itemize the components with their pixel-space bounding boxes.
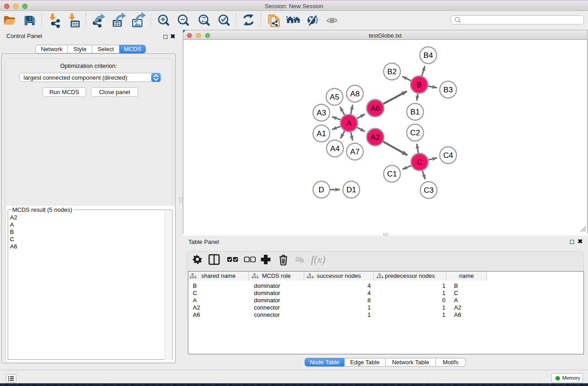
svg-text:B: B: [416, 81, 421, 89]
svg-text:A2: A2: [371, 133, 380, 142]
svg-text:D1: D1: [346, 186, 356, 194]
svg-text:A7: A7: [350, 148, 360, 156]
svg-text:A6: A6: [371, 104, 380, 113]
svg-text:f(x): f(x): [311, 254, 325, 265]
svg-text:C1: C1: [387, 170, 397, 178]
svg-text:A1: A1: [317, 129, 326, 138]
svg-text:C: C: [417, 158, 422, 167]
svg-text:A8: A8: [350, 90, 360, 98]
svg-text:B1: B1: [411, 108, 420, 116]
svg-text:D: D: [319, 186, 324, 194]
svg-text:B2: B2: [387, 67, 397, 76]
svg-text:A4: A4: [330, 144, 340, 153]
svg-text:A5: A5: [330, 93, 339, 101]
svg-text:C2: C2: [410, 129, 420, 137]
svg-text:B4: B4: [424, 51, 433, 60]
svg-text:A3: A3: [317, 109, 326, 117]
svg-text:C4: C4: [443, 151, 453, 160]
svg-text:A: A: [346, 119, 352, 128]
svg-text:B3: B3: [444, 86, 453, 94]
svg-text:C3: C3: [424, 186, 434, 195]
